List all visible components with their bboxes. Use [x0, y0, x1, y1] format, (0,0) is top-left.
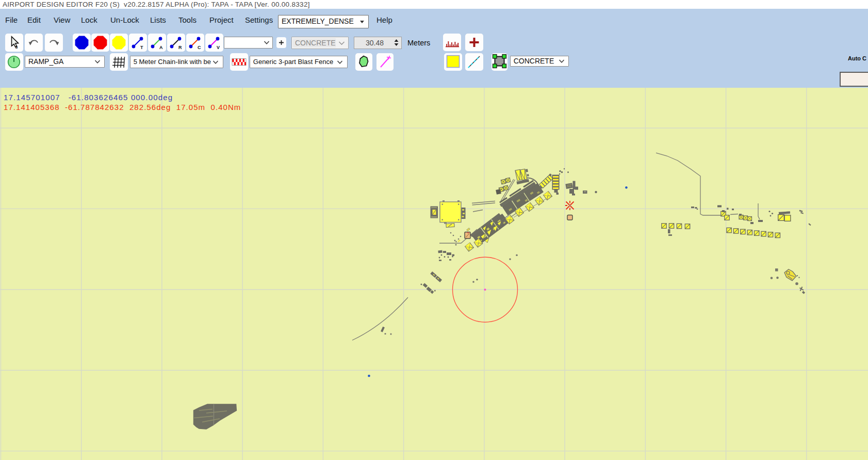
svg-text:17.145701007 -61.803626465 0: 17.145701007 -61.803626465 000.00deg — [4, 93, 173, 102]
svg-text:T: T — [140, 45, 143, 50]
svg-text:R: R — [178, 45, 182, 50]
svg-text:17.141405368 -61.787842632 2: 17.141405368 -61.787842632 282.56deg 17.… — [4, 103, 241, 112]
svg-text:C: C — [198, 45, 201, 50]
svg-text:A: A — [159, 45, 163, 50]
svg-text:V: V — [217, 45, 220, 50]
svg-text:s: s — [15, 44, 18, 50]
